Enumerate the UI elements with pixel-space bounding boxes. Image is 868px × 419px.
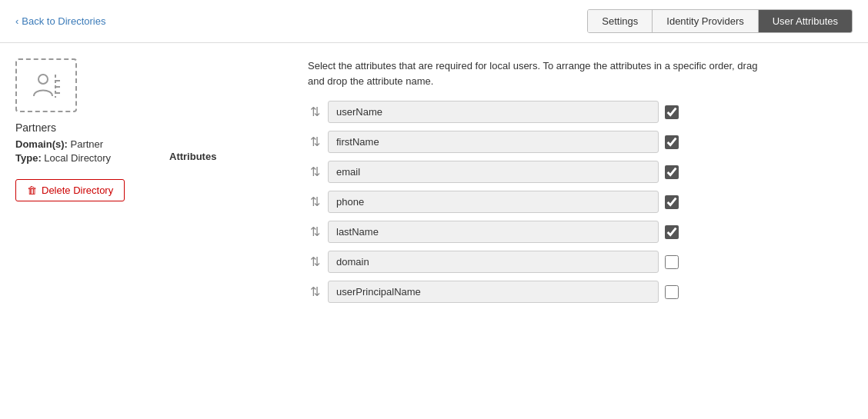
attribute-row-domain: ⇅domain <box>308 251 853 273</box>
header: ‹ Back to Directories Settings Identity … <box>0 0 868 43</box>
attribute-row-userPrincipalName: ⇅userPrincipalName <box>308 281 853 303</box>
attribute-name-email: email <box>328 161 659 183</box>
chevron-left-icon: ‹ <box>15 15 18 27</box>
attribute-name-userName: userName <box>328 101 659 123</box>
attribute-row-email: ⇅email <box>308 161 853 183</box>
back-label: Back to Directories <box>22 15 105 27</box>
attribute-name-lastName: lastName <box>328 221 659 243</box>
attribute-checkbox-userPrincipalName[interactable] <box>665 285 679 299</box>
attribute-row-lastName: ⇅lastName <box>308 221 853 243</box>
attribute-checkbox-userName[interactable] <box>665 105 679 119</box>
drag-handle-icon[interactable]: ⇅ <box>308 284 322 299</box>
drag-handle-icon[interactable]: ⇅ <box>308 224 322 239</box>
attribute-checkbox-phone[interactable] <box>665 195 679 209</box>
drag-handle-icon[interactable]: ⇅ <box>308 165 322 179</box>
attribute-checkbox-lastName[interactable] <box>665 225 679 239</box>
attribute-name-domain: domain <box>328 251 659 273</box>
attribute-rows: ⇅userName⇅firstName⇅email⇅phone⇅lastName… <box>308 101 853 303</box>
directory-icon <box>15 58 77 112</box>
attribute-name-phone: phone <box>328 191 659 213</box>
attribute-checkbox-firstName[interactable] <box>665 135 679 149</box>
domains-meta: Domain(s): Partner <box>15 138 154 150</box>
attributes-label: Attributes <box>169 58 292 311</box>
attribute-name-firstName: firstName <box>328 131 659 153</box>
drag-handle-icon[interactable]: ⇅ <box>308 105 322 119</box>
tab-identity-providers[interactable]: Identity Providers <box>653 10 758 32</box>
drag-handle-icon[interactable]: ⇅ <box>308 135 322 149</box>
drag-handle-icon[interactable]: ⇅ <box>308 254 322 269</box>
tab-user-attributes[interactable]: User Attributes <box>759 10 852 32</box>
back-to-directories-link[interactable]: ‹ Back to Directories <box>15 15 105 27</box>
attribute-row-phone: ⇅phone <box>308 191 853 213</box>
type-label: Type: <box>15 152 42 164</box>
delete-label: Delete Directory <box>42 185 113 196</box>
trash-icon: 🗑 <box>27 185 37 196</box>
main-content: Partners Domain(s): Partner Type: Local … <box>0 43 868 326</box>
drag-handle-icon[interactable]: ⇅ <box>308 195 322 209</box>
attribute-name-userPrincipalName: userPrincipalName <box>328 281 659 303</box>
sidebar: Partners Domain(s): Partner Type: Local … <box>15 58 154 311</box>
content-area: Attributes Select the attributes that ar… <box>169 58 853 311</box>
attribute-checkbox-domain[interactable] <box>665 255 679 269</box>
delete-directory-button[interactable]: 🗑 Delete Directory <box>15 179 125 201</box>
attribute-row-userName: ⇅userName <box>308 101 853 123</box>
tab-group: Settings Identity Providers User Attribu… <box>587 9 853 33</box>
attributes-main: Select the attributes that are required … <box>308 58 853 311</box>
attributes-description: Select the attributes that are required … <box>308 58 770 88</box>
domains-value: Partner <box>71 138 104 150</box>
type-value: Local Directory <box>44 152 111 164</box>
svg-point-0 <box>38 75 48 84</box>
directory-name: Partners <box>15 121 154 134</box>
type-meta: Type: Local Directory <box>15 152 154 164</box>
tab-settings[interactable]: Settings <box>588 10 653 32</box>
attribute-row-firstName: ⇅firstName <box>308 131 853 153</box>
attribute-checkbox-email[interactable] <box>665 165 679 179</box>
domains-label: Domain(s): <box>15 138 68 150</box>
